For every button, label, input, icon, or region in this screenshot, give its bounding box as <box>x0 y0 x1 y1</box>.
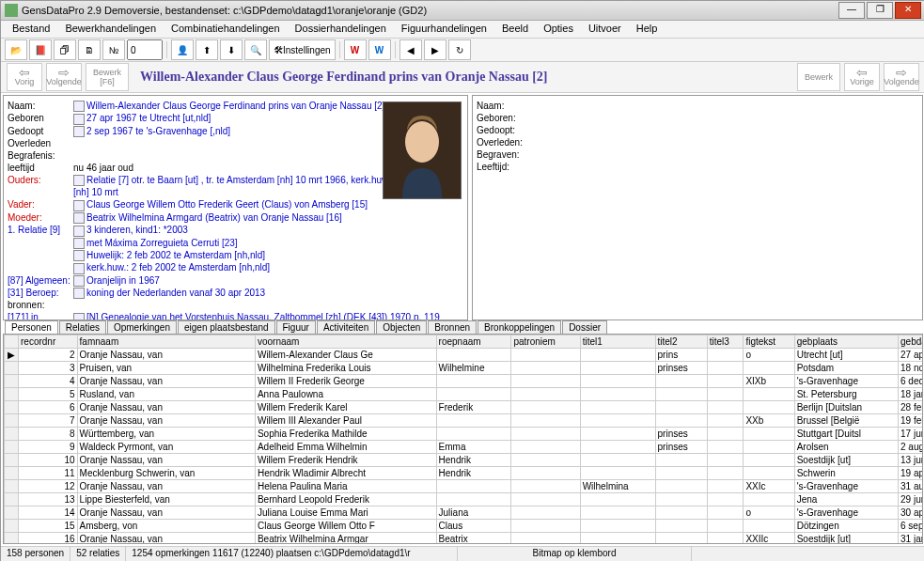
table-row[interactable]: 9Waldeck Pyrmont, vanAdelheid Emma Wilhe… <box>5 441 924 454</box>
settings-label: Instellingen <box>283 45 331 55</box>
r-begraven: Begraven: <box>477 148 918 161</box>
tab-relaties[interactable]: Relaties <box>59 320 106 334</box>
table-row[interactable]: 6Oranje Nassau, vanWillem Frederik Karel… <box>5 401 924 414</box>
table-row[interactable]: 14Oranje Nassau, vanJuliana Louise Emma … <box>5 506 924 520</box>
detail-row: [87] Algemeen:Oranjelijn in 1967 <box>8 274 463 287</box>
detail-link[interactable]: met Máxima Zorreguieta Cerruti [23] <box>86 238 238 248</box>
detail-row: [31] Beroep:koning der Nederlanden vanaf… <box>8 287 463 299</box>
menu-uitvoer[interactable]: Uitvoer <box>581 21 629 38</box>
table-row[interactable]: 12Oranje Nassau, vanHelena Paulina Maria… <box>5 480 924 493</box>
menu-bewerkhandelingen[interactable]: Bewerkhandelingen <box>57 21 164 38</box>
detail-link[interactable]: 2 sep 1967 te 's-Gravenhage [,nld] <box>86 126 230 136</box>
tool-person-icon[interactable]: 👤 <box>171 39 194 60</box>
table-row[interactable]: 16Oranje Nassau, vanBeatrix Wilhelmina A… <box>5 533 924 545</box>
col-patroniem[interactable]: patroniem <box>511 335 580 349</box>
tool-nav2-icon[interactable]: ▶ <box>424 39 446 60</box>
status-opm: 1254 opmerkingen 11617 (12240) plaatsen … <box>126 547 458 561</box>
tool-refresh-icon[interactable]: ↻ <box>448 39 471 60</box>
table-row[interactable]: 10Oranje Nassau, vanWillem Frederik Hend… <box>5 454 924 467</box>
data-grid[interactable]: recordnrfamnaamvoornaamroepnaampatroniem… <box>3 334 923 544</box>
minimize-button[interactable]: — <box>838 2 865 19</box>
right-back-button[interactable]: ⇦Vorige <box>844 63 880 91</box>
tool-tree-icon[interactable]: ⬆ <box>196 39 218 60</box>
detail-link[interactable]: Beatrix Wilhelmina Armgard (Beatrix) van… <box>86 212 342 223</box>
detail-pane: Naam:Willem-Alexander Claus George Ferdi… <box>3 95 468 320</box>
tool-w2-icon[interactable]: W <box>368 39 391 60</box>
detail-link[interactable]: Huwelijk: 2 feb 2002 te Amsterdam [nh,nl… <box>86 250 265 260</box>
status-bitmap: Bitmap op klembord <box>458 547 691 561</box>
col-gebdatum[interactable]: gebdatum <box>899 335 923 349</box>
tool-num-icon[interactable]: № <box>102 39 125 60</box>
col-titel3[interactable]: titel3 <box>707 335 744 349</box>
tab-eigen-plaatsbestand[interactable]: eigen plaatsbestand <box>178 320 275 334</box>
table-row[interactable]: 15Amsberg, vonClaus George Willem Otto F… <box>5 520 924 533</box>
col-marker[interactable] <box>5 335 19 349</box>
close-button[interactable]: ✕ <box>895 2 921 19</box>
maximize-button[interactable]: ❐ <box>867 2 893 19</box>
arrow-right-icon: ⇨ <box>58 68 70 77</box>
detail-link[interactable]: Willem-Alexander Claus George Ferdinand … <box>86 101 384 111</box>
record-number-input[interactable] <box>127 39 163 60</box>
tool-print-icon[interactable]: 🗍 <box>54 39 76 60</box>
table-row[interactable]: 11Mecklenburg Schwerin, vanHendrik Wladi… <box>5 467 924 480</box>
detail-link[interactable]: 3 kinderen, kind1: *2003 <box>86 225 188 235</box>
tab-opmerkingen[interactable]: Opmerkingen <box>107 320 177 334</box>
tab-activiteiten[interactable]: Activiteiten <box>317 320 375 334</box>
table-row[interactable]: 3Pruisen, vanWilhelmina Frederika LouisW… <box>5 362 924 375</box>
svg-point-1 <box>405 121 439 163</box>
table-row[interactable]: 13Lippe Biesterfeld, vanBernhard Leopold… <box>5 493 924 506</box>
menu-figuurhandelingen[interactable]: Figuurhandelingen <box>394 21 494 38</box>
tool-w1-icon[interactable]: W <box>344 39 367 60</box>
detail-link[interactable]: koning der Nederlanden vanaf 30 apr 2013 <box>86 288 265 298</box>
tab-figuur[interactable]: Figuur <box>276 320 316 334</box>
arrow-left-icon: ⇦ <box>19 68 30 77</box>
menu-dossierhandelingen[interactable]: Dossierhandelingen <box>288 21 394 38</box>
table-row[interactable]: ▶2Oranje Nassau, vanWillem-Alexander Cla… <box>5 349 924 362</box>
detail-link[interactable]: Oranjelijn in 1967 <box>86 275 160 286</box>
tool-search-icon[interactable]: 🔍 <box>244 39 267 60</box>
right-edit-button[interactable]: Bewerk <box>797 63 840 91</box>
detail-link[interactable]: kerk.huw.: 2 feb 2002 te Amsterdam [nh,n… <box>86 262 270 273</box>
menu-combinatiehandelingen[interactable]: Combinatiehandelingen <box>164 21 288 38</box>
detail-row: [171] in[N] Genealogie van het Vorstenhu… <box>8 311 463 320</box>
col-gebplaats[interactable]: gebplaats <box>794 335 898 349</box>
col-recordnr[interactable]: recordnr <box>19 335 78 349</box>
settings-button[interactable]: 🛠 Instellingen <box>269 39 336 60</box>
tool-desc-icon[interactable]: ⬇ <box>220 39 243 60</box>
menu-help[interactable]: Help <box>629 21 666 38</box>
table-row[interactable]: 8Württemberg, vanSophia Frederika Mathil… <box>5 428 924 441</box>
person-photo[interactable] <box>383 101 462 199</box>
col-titel1[interactable]: titel1 <box>580 335 655 349</box>
table-row[interactable]: 7Oranje Nassau, vanWillem III Alexander … <box>5 414 924 428</box>
tab-objecten[interactable]: Objecten <box>376 320 427 334</box>
detail-link[interactable]: 27 apr 1967 te Utrecht [ut,nld] <box>86 113 211 123</box>
tool-copy-icon[interactable]: 🗎 <box>78 39 101 60</box>
table-row[interactable]: 5Rusland, vanAnna PaulownaSt. Petersburg… <box>5 388 924 401</box>
tool-nav1-icon[interactable]: ◀ <box>399 39 422 60</box>
tab-dossier[interactable]: Dossier <box>562 320 607 334</box>
detail-link[interactable]: Claus George Willem Otto Frederik Geert … <box>86 199 368 210</box>
statusbar: 158 personen 52 relaties 1254 opmerkinge… <box>1 546 924 561</box>
tab-bronnen[interactable]: Bronnen <box>428 320 477 334</box>
col-famnaam[interactable]: famnaam <box>77 335 255 349</box>
menu-beeld[interactable]: Beeld <box>494 21 536 38</box>
right-forward-button[interactable]: ⇨Volgende <box>884 63 919 91</box>
detail-link[interactable]: nu 46 jaar oud <box>73 163 133 173</box>
col-voornaam[interactable]: voornaam <box>255 335 436 349</box>
edit-button[interactable]: Bewerk[F6] <box>86 63 129 91</box>
col-figtekst[interactable]: figtekst <box>744 335 794 349</box>
tool-open-icon[interactable]: 📂 <box>5 39 27 60</box>
tab-bronkoppelingen[interactable]: Bronkoppelingen <box>478 320 561 334</box>
col-roepnaam[interactable]: roepnaam <box>436 335 511 349</box>
menu-bestand[interactable]: Bestand <box>5 21 57 38</box>
detail-row: kerk.huw.: 2 feb 2002 te Amsterdam [nh,n… <box>8 261 463 273</box>
menu-opties[interactable]: Opties <box>536 21 581 38</box>
detail-link[interactable]: [N] Genealogie van het Vorstenhuis Nassa… <box>86 312 440 320</box>
forward-button[interactable]: ⇨Volgende <box>46 63 82 91</box>
col-titel2[interactable]: titel2 <box>655 335 707 349</box>
arrow-left-icon: ⇦ <box>856 68 868 77</box>
back-button[interactable]: ⇦Vorig <box>7 63 42 91</box>
tool-book-icon[interactable]: 📕 <box>29 39 52 60</box>
tab-personen[interactable]: Personen <box>5 320 58 334</box>
table-row[interactable]: 4Oranje Nassau, vanWillem II Frederik Ge… <box>5 375 924 388</box>
